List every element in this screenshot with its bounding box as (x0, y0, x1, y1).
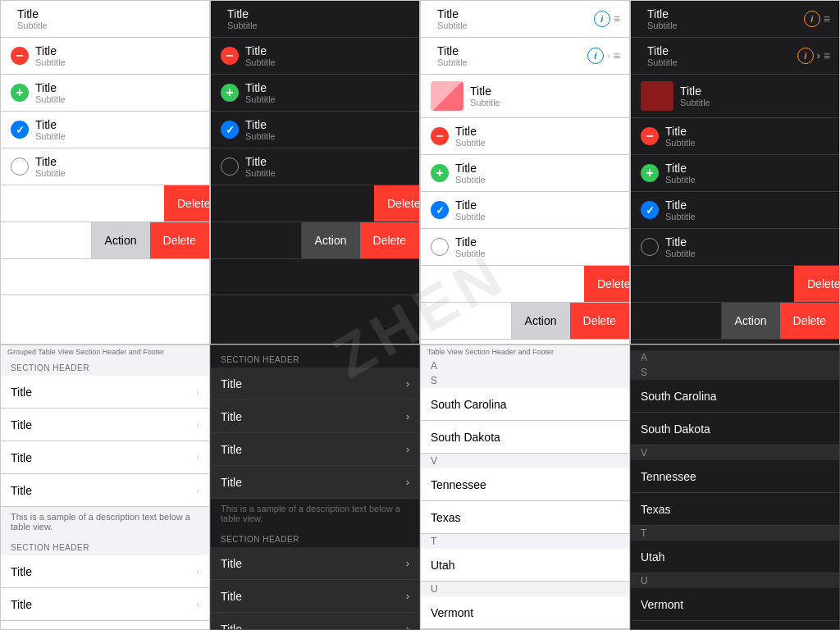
plain-row[interactable]: Utah (421, 549, 629, 582)
table-row[interactable]: Title › (1, 376, 209, 409)
delete-button[interactable]: Delete (780, 303, 839, 339)
delete-button[interactable]: Delete (374, 185, 420, 221)
row-label: Title (221, 557, 406, 570)
info-icon[interactable]: i (594, 11, 610, 27)
delete-input[interactable] (1, 190, 164, 217)
delete-button[interactable]: Delete (164, 185, 210, 221)
menu-icon[interactable]: ≡ (824, 49, 829, 62)
item-title: Title (647, 7, 804, 21)
menu-icon[interactable]: ≡ (614, 12, 619, 25)
circle-icon[interactable] (431, 238, 449, 256)
row-label: Title (11, 418, 196, 431)
item-title: Title (35, 81, 199, 94)
plus-icon[interactable] (221, 84, 239, 102)
row-label: Tennessee (431, 478, 619, 491)
delete-button[interactable]: Delete (570, 303, 629, 339)
minus-icon[interactable] (431, 127, 449, 145)
check-icon[interactable] (221, 121, 239, 139)
circle-icon[interactable] (641, 238, 659, 256)
plain-row[interactable]: Vermont (631, 588, 839, 621)
chevron-icon: › (196, 485, 199, 496)
table-row[interactable]: Title › (211, 400, 419, 433)
delete-input[interactable] (631, 271, 794, 297)
row-label: Title (221, 623, 406, 631)
circle-icon[interactable] (11, 158, 29, 176)
plus-icon[interactable] (11, 84, 29, 102)
item-subtitle: Subtitle (35, 168, 199, 178)
section-footer: This is a sample of a description text b… (211, 499, 419, 530)
table-row[interactable]: Title › (1, 474, 209, 507)
list-item: Title Subtitle (1, 38, 209, 75)
table-row[interactable]: Title › (1, 441, 209, 474)
menu-icon[interactable]: ≡ (824, 12, 829, 25)
minus-icon[interactable] (641, 127, 659, 145)
plus-icon[interactable] (431, 164, 449, 182)
delete-button[interactable]: Delete (360, 222, 419, 258)
delete-row: Delete (421, 266, 629, 303)
grouped-table-dark: SECTION HEADER Title › Title › Title › T… (210, 345, 420, 630)
info-icon[interactable]: i (797, 48, 814, 64)
plain-row[interactable]: South Dakota (631, 413, 839, 445)
table-row[interactable]: Title › (211, 547, 419, 580)
plain-row[interactable]: Texas (421, 501, 629, 534)
table-row[interactable]: Title › (211, 466, 419, 499)
action-button[interactable]: Action (512, 303, 570, 339)
table-row[interactable]: Title › (211, 613, 419, 630)
section-index-letter: A (631, 350, 839, 365)
delete-input[interactable] (421, 271, 584, 297)
plus-icon[interactable] (641, 164, 659, 182)
table-row[interactable]: Title › (1, 409, 209, 441)
delete-button[interactable]: Delete (794, 266, 840, 302)
info-icon[interactable]: i (804, 11, 820, 27)
table-row[interactable]: Title › (211, 368, 419, 400)
empty-row (1, 259, 209, 295)
delete-button[interactable]: Delete (150, 222, 209, 258)
section-footer: This is a sample of a description text b… (1, 507, 209, 538)
chevron-icon: › (406, 378, 409, 390)
check-icon[interactable] (641, 201, 659, 219)
plain-row[interactable]: Utah (631, 541, 839, 573)
check-icon[interactable] (11, 121, 29, 139)
plain-row[interactable]: Tennessee (631, 460, 839, 493)
color-swatch (641, 81, 673, 111)
plain-row[interactable]: South Carolina (421, 388, 629, 421)
table-row[interactable]: Title › (1, 555, 209, 588)
item-subtitle: Subtitle (665, 175, 829, 185)
info-icon[interactable]: i (587, 48, 604, 64)
item-title: Title (665, 162, 829, 175)
action-button[interactable]: Action (722, 303, 780, 339)
plain-row[interactable]: Tennessee (421, 468, 629, 501)
item-subtitle: Subtitle (470, 98, 619, 107)
item-title: Title (35, 118, 199, 131)
item-title: Title (455, 199, 619, 212)
action-button[interactable]: Action (92, 222, 150, 258)
plain-row[interactable]: Virginia (631, 621, 839, 630)
chevron-icon: › (406, 477, 409, 488)
delete-input[interactable] (211, 190, 374, 217)
menu-icon[interactable]: ≡ (614, 49, 619, 62)
chevron-icon: › (196, 419, 199, 431)
minus-icon[interactable] (11, 47, 29, 65)
plain-row[interactable]: South Dakota (421, 421, 629, 454)
action-delete-row: Action Delete (1, 222, 209, 259)
table-row[interactable]: Title › (211, 433, 419, 466)
table-row[interactable]: Title › (1, 588, 209, 621)
delete-button[interactable]: Delete (584, 266, 630, 302)
swatch-item: Title Subtitle (421, 75, 629, 118)
item-title: Title (35, 155, 199, 168)
item-subtitle: Subtitle (437, 21, 594, 30)
action-button[interactable]: Action (302, 222, 360, 258)
plain-row[interactable]: Vermont (421, 596, 629, 629)
table-row[interactable]: Title › (1, 621, 209, 630)
chevron-icon: › (406, 444, 409, 455)
plain-row[interactable]: South Carolina (631, 380, 839, 413)
check-icon[interactable] (431, 201, 449, 219)
row-label: Title (11, 386, 196, 399)
circle-icon[interactable] (221, 158, 239, 176)
minus-icon[interactable] (221, 47, 239, 65)
plain-row[interactable]: Texas (631, 493, 839, 526)
item-title: Title (455, 235, 619, 249)
item-subtitle: Subtitle (245, 94, 409, 104)
item-subtitle: Subtitle (245, 168, 409, 178)
table-row[interactable]: Title › (211, 580, 419, 613)
